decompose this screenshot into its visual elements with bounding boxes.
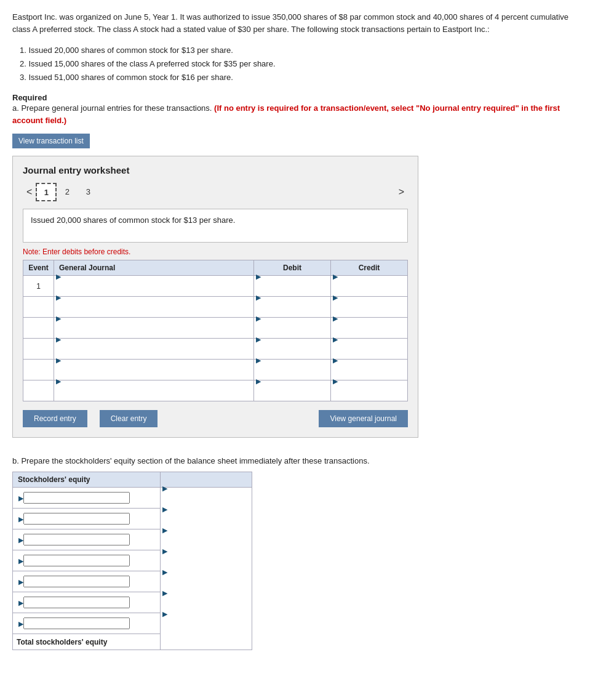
section-b-label: b. Prepare the stockholders' equity sect…: [12, 456, 586, 465]
credit-input-5[interactable]: [331, 385, 407, 406]
equity-label-input-6[interactable]: [23, 618, 130, 629]
required-section: Required a. Prepare general journal entr…: [12, 93, 586, 126]
equity-row-0: ▶▶: [13, 488, 252, 509]
equity-label-cell-2[interactable]: ▶: [13, 529, 161, 550]
equity-total-label: Total stockholders' equity: [13, 634, 161, 650]
equity-value-cell-0[interactable]: ▶: [160, 488, 252, 509]
equity-value-input-5[interactable]: [161, 597, 252, 618]
equity-label-cell-4[interactable]: ▶: [13, 571, 161, 592]
debit-input-2[interactable]: [254, 323, 330, 343]
equity-value-input-0[interactable]: [161, 493, 252, 513]
action-buttons-row: Record entry Clear entry View general jo…: [23, 410, 408, 427]
col-header-credit: Credit: [331, 260, 408, 276]
equity-label-input-5[interactable]: [23, 597, 130, 608]
gj-input-4[interactable]: [54, 364, 253, 385]
equity-value-input-4[interactable]: [161, 576, 252, 597]
gj-input-1[interactable]: [54, 302, 253, 322]
debit-input-1[interactable]: [254, 302, 330, 322]
journal-event-cell-2: [23, 318, 54, 339]
credit-input-2[interactable]: [331, 323, 407, 343]
credit-arrow-3: ▶: [331, 336, 338, 343]
journal-event-cell-5: [23, 380, 54, 401]
part-a-prefix: a. Prepare general journal entries for t…: [12, 103, 214, 113]
equity-total-input[interactable]: [164, 635, 248, 648]
equity-total-value[interactable]: [160, 634, 252, 650]
prev-arrow-button[interactable]: <: [23, 185, 36, 199]
journal-gj-cell-0[interactable]: ▶: [54, 276, 254, 297]
view-general-journal-button[interactable]: View general journal: [319, 410, 408, 427]
journal-entry-worksheet: Journal entry worksheet < 1 2 3 > Issued…: [12, 156, 418, 438]
equity-label-input-4[interactable]: [23, 576, 130, 587]
equity-value-arrow-6: ▶: [161, 610, 167, 618]
gj-input-0[interactable]: [54, 281, 253, 301]
debit-arrow-2: ▶: [254, 315, 261, 322]
debit-input-3[interactable]: [254, 344, 330, 364]
equity-value-input-3[interactable]: [161, 555, 252, 576]
col-header-gj: General Journal: [54, 260, 254, 276]
view-transaction-button[interactable]: View transaction list: [12, 134, 90, 148]
equity-value-arrow-2: ▶: [161, 526, 167, 534]
debit-arrow-4: ▶: [254, 356, 261, 364]
section-b: b. Prepare the stockholders' equity sect…: [12, 456, 586, 650]
credit-arrow-1: ▶: [331, 294, 338, 301]
equity-value-arrow-1: ▶: [161, 505, 167, 513]
gj-arrow-4: ▶: [54, 356, 61, 364]
equity-label-arrow-4: ▶: [17, 578, 23, 585]
credit-input-4[interactable]: [331, 364, 407, 385]
equity-label-cell-5[interactable]: ▶: [13, 592, 161, 613]
debit-arrow-1: ▶: [254, 294, 261, 301]
gj-arrow-3: ▶: [54, 336, 61, 343]
debit-input-0[interactable]: [254, 281, 330, 301]
equity-label-arrow-3: ▶: [17, 557, 23, 565]
debit-arrow-3: ▶: [254, 336, 261, 343]
equity-label-arrow-0: ▶: [17, 494, 23, 502]
equity-label-cell-6[interactable]: ▶: [13, 613, 161, 634]
equity-label-cell-0[interactable]: ▶: [13, 488, 161, 509]
gj-input-3[interactable]: [54, 344, 253, 364]
credit-arrow-2: ▶: [331, 315, 338, 322]
debit-input-5[interactable]: [254, 385, 330, 406]
transaction-description: Issued 20,000 shares of common stock for…: [23, 209, 408, 243]
next-arrow-button[interactable]: >: [395, 185, 408, 199]
credit-input-0[interactable]: [331, 281, 407, 301]
equity-label-arrow-2: ▶: [17, 536, 23, 544]
journal-event-cell-1: [23, 297, 54, 318]
equity-label-input-3[interactable]: [23, 555, 130, 566]
gj-input-2[interactable]: [54, 323, 253, 343]
required-body: a. Prepare general journal entries for t…: [12, 102, 586, 126]
equity-table: Stockholders' equity ▶▶▶▶▶▶▶▶▶▶▶▶▶▶ Tota…: [12, 472, 252, 650]
equity-label-cell-3[interactable]: ▶: [13, 550, 161, 571]
numbered-list: 1. Issued 20,000 shares of common stock …: [20, 44, 586, 84]
journal-row-0: 1▶▶▶: [23, 276, 408, 297]
equity-value-arrow-5: ▶: [161, 589, 167, 597]
equity-label-input-0[interactable]: [23, 492, 130, 504]
equity-label-cell-1[interactable]: ▶: [13, 509, 161, 529]
gj-arrow-1: ▶: [54, 294, 61, 301]
equity-label-input-1[interactable]: [23, 513, 130, 525]
equity-label-arrow-5: ▶: [17, 599, 23, 606]
gj-input-5[interactable]: [54, 385, 253, 406]
debit-input-4[interactable]: [254, 364, 330, 385]
tab-2-button[interactable]: 2: [57, 183, 78, 201]
equity-value-input-1[interactable]: [161, 513, 252, 534]
record-entry-button[interactable]: Record entry: [23, 410, 87, 427]
tab-1-button[interactable]: 1: [36, 183, 57, 201]
tab-3-button[interactable]: 3: [78, 183, 98, 201]
journal-debit-cell-0[interactable]: ▶: [254, 276, 331, 297]
debit-arrow-0: ▶: [254, 273, 261, 280]
col-header-event: Event: [23, 260, 54, 276]
equity-label-input-2[interactable]: [23, 534, 130, 545]
debit-arrow-5: ▶: [254, 377, 261, 385]
credit-input-3[interactable]: [331, 344, 407, 364]
tab-nav-row: < 1 2 3 >: [23, 183, 408, 201]
intro-paragraph: Eastport Inc. was organized on June 5, Y…: [12, 11, 586, 35]
credit-input-1[interactable]: [331, 302, 407, 322]
journal-event-cell-4: [23, 360, 54, 380]
gj-arrow-2: ▶: [54, 315, 61, 322]
journal-credit-cell-0[interactable]: ▶: [331, 276, 408, 297]
equity-value-input-2[interactable]: [161, 534, 252, 555]
gj-arrow-0: ▶: [54, 273, 61, 280]
clear-entry-button[interactable]: Clear entry: [100, 410, 158, 427]
credit-arrow-0: ▶: [331, 273, 338, 280]
equity-header-label: Stockholders' equity: [13, 472, 161, 488]
